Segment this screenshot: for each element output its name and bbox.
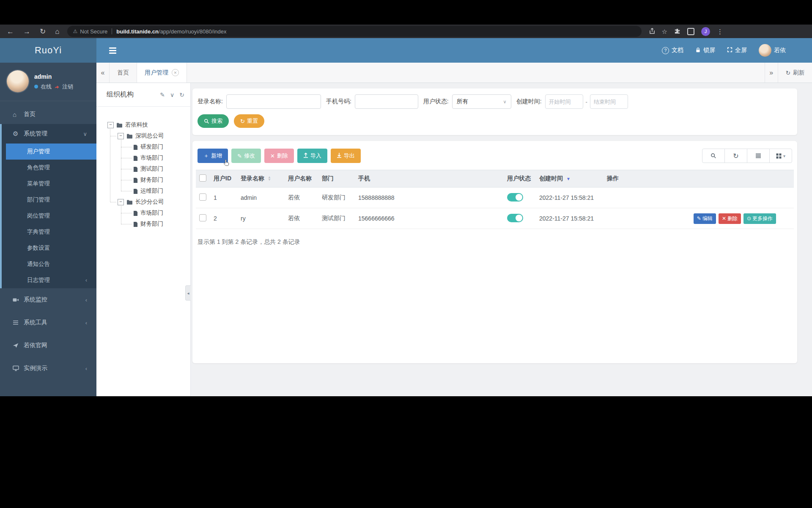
back-icon[interactable]: ←: [7, 28, 14, 35]
row-checkbox-cell: [196, 208, 210, 229]
browser-profile-avatar[interactable]: J: [701, 27, 710, 36]
tab-home[interactable]: 首页: [110, 63, 137, 83]
file-icon: [133, 144, 138, 150]
share-icon[interactable]: [649, 28, 655, 35]
search-button-label: 搜索: [211, 117, 222, 125]
user-table: 用户ID登录名称▲▼用户名称部门手机用户状态创建时间▼操作 1admin若依研发…: [196, 170, 794, 229]
row-delete-button[interactable]: ✕删除: [719, 213, 741, 224]
sidebar-user-panel: admin 在线 注销: [0, 63, 96, 98]
phone-input[interactable]: [355, 94, 418, 109]
tree-collapse-handle[interactable]: ◂: [185, 285, 191, 301]
edit-icon: ✎: [237, 153, 242, 159]
tab-group-icon[interactable]: [687, 28, 694, 35]
sidebar-subitem-role-manage[interactable]: 角色管理: [0, 160, 96, 176]
tab-refresh-button[interactable]: ↻ 刷新: [778, 63, 812, 83]
sidebar-subitem-user-manage[interactable]: 用户管理: [6, 144, 96, 160]
sidebar-item-system-tools[interactable]: 系统工具‹: [0, 311, 96, 334]
column-header-login[interactable]: 登录名称▲▼: [237, 170, 285, 188]
more-icon: ⊙: [747, 215, 751, 221]
status-toggle[interactable]: [507, 214, 523, 222]
row-checkbox[interactable]: [199, 193, 206, 201]
cell-status: [504, 188, 536, 208]
user-name: admin: [34, 73, 73, 80]
logout-label[interactable]: 注销: [62, 83, 73, 91]
sidebar-subitem-log-manage[interactable]: 日志管理‹: [0, 272, 96, 288]
sort-icon[interactable]: ▲▼: [268, 176, 271, 181]
tree-chevron-down-icon[interactable]: ∨: [170, 91, 174, 98]
columns-icon[interactable]: [747, 149, 770, 163]
search-button[interactable]: 搜索: [198, 114, 229, 128]
bookmark-star-icon[interactable]: ☆: [662, 28, 667, 35]
tree-node[interactable]: 研发部门: [96, 141, 190, 152]
tree-node[interactable]: 财务部门: [96, 174, 190, 185]
export-button[interactable]: 导出: [331, 149, 361, 163]
row-edit-button[interactable]: ✎编辑: [694, 213, 716, 224]
sidebar-subitem-param-config[interactable]: 参数设置: [0, 240, 96, 256]
sidebar-item-home[interactable]: ⌂首页: [0, 105, 96, 124]
tabs-scroll-right-icon[interactable]: »: [765, 63, 778, 83]
forward-icon[interactable]: →: [23, 28, 30, 35]
header-action-lock-screen[interactable]: 锁屏: [695, 47, 715, 54]
tree-node[interactable]: −若依科技: [96, 119, 190, 130]
url-bar[interactable]: ⚠ Not Secure build.titanide.cn/app/demo/…: [67, 26, 642, 37]
sort-desc-icon[interactable]: ▼: [566, 177, 571, 181]
tree-node[interactable]: −长沙分公司: [96, 196, 190, 207]
tree-expander-icon[interactable]: −: [107, 122, 114, 128]
sidebar-group-system-monitor: 系统监控‹: [0, 288, 96, 311]
tree-refresh-icon[interactable]: ↻: [179, 91, 184, 98]
tree-node[interactable]: −深圳总公司: [96, 130, 190, 141]
row-checkbox[interactable]: [199, 214, 206, 221]
gear-icon: ⚙: [13, 130, 24, 138]
extensions-puzzle-icon[interactable]: [674, 28, 680, 35]
end-time-input[interactable]: [590, 94, 628, 109]
grid-icon[interactable]: ▾: [769, 149, 792, 163]
tabs-scroll-left-icon[interactable]: «: [96, 63, 110, 83]
tree-expander-icon[interactable]: −: [118, 133, 124, 139]
import-button[interactable]: 导入: [297, 149, 327, 163]
header-action-fullscreen[interactable]: 全屏: [727, 47, 747, 54]
tree-node[interactable]: 测试部门: [96, 163, 190, 174]
tree-expander-icon[interactable]: −: [118, 199, 124, 205]
sidebar-subitem-post-manage[interactable]: 岗位管理: [0, 208, 96, 224]
tree-node[interactable]: 运维部门: [96, 185, 190, 196]
reload-icon[interactable]: ↻: [40, 28, 46, 35]
sidebar-item-system-monitor[interactable]: 系统监控‹: [0, 288, 96, 311]
search-icon[interactable]: [702, 149, 725, 163]
sidebar-item-system-manage[interactable]: ⚙系统管理∨: [0, 124, 96, 144]
sidebar-subitem-notice[interactable]: 通知公告: [0, 256, 96, 272]
sidebar-item-demo[interactable]: 实例演示‹: [0, 357, 96, 380]
header-action-current-user[interactable]: 若依: [759, 44, 786, 57]
tree-edit-icon[interactable]: ✎: [160, 91, 165, 98]
tree-node[interactable]: 市场部门: [96, 152, 190, 163]
sidebar-group-system-tools: 系统工具‹: [0, 311, 96, 334]
select-all-checkbox[interactable]: [199, 174, 206, 182]
header-action-docs[interactable]: ?文档: [662, 47, 683, 54]
login-name-input[interactable]: [226, 94, 321, 109]
user-avatar[interactable]: [7, 70, 29, 92]
sidebar-subitem-dict-manage[interactable]: 字典管理: [0, 224, 96, 240]
sidebar-item-ruoyi-site[interactable]: 若依官网: [0, 334, 96, 357]
tree-node-label: 测试部门: [140, 165, 163, 173]
user-status-select[interactable]: 所有 ∨: [452, 94, 511, 109]
delete-button[interactable]: ✕删除: [264, 149, 294, 163]
start-time-input[interactable]: [545, 94, 583, 109]
tree-node[interactable]: 财务部门: [96, 218, 190, 229]
column-header-created[interactable]: 创建时间▼: [536, 170, 604, 188]
brand-logo[interactable]: RuoYi: [0, 38, 96, 63]
browser-menu-icon[interactable]: ⋮: [717, 28, 723, 35]
refresh-icon[interactable]: ↻: [724, 149, 747, 163]
browser-home-icon[interactable]: ⌂: [55, 28, 59, 35]
row-more-button[interactable]: ⊙更多操作: [743, 213, 776, 224]
sidebar-subitem-menu-manage[interactable]: 菜单管理: [0, 176, 96, 192]
sidebar-subitem-dept-manage[interactable]: 部门管理: [0, 192, 96, 208]
tree-node[interactable]: 市场部门: [96, 207, 190, 218]
status-toggle[interactable]: [507, 193, 523, 202]
edit-button[interactable]: ✎修改: [231, 149, 261, 163]
tab-close-icon[interactable]: ✕: [172, 69, 179, 76]
hamburger-menu-icon[interactable]: [109, 47, 116, 54]
add-button[interactable]: ＋新增: [198, 149, 228, 163]
reset-button[interactable]: ↻ 重置: [234, 114, 264, 128]
tree-node-label: 长沙分公司: [135, 198, 164, 206]
tab-user-manage[interactable]: 用户管理✕: [137, 63, 187, 83]
online-status-label[interactable]: 在线: [41, 83, 52, 91]
